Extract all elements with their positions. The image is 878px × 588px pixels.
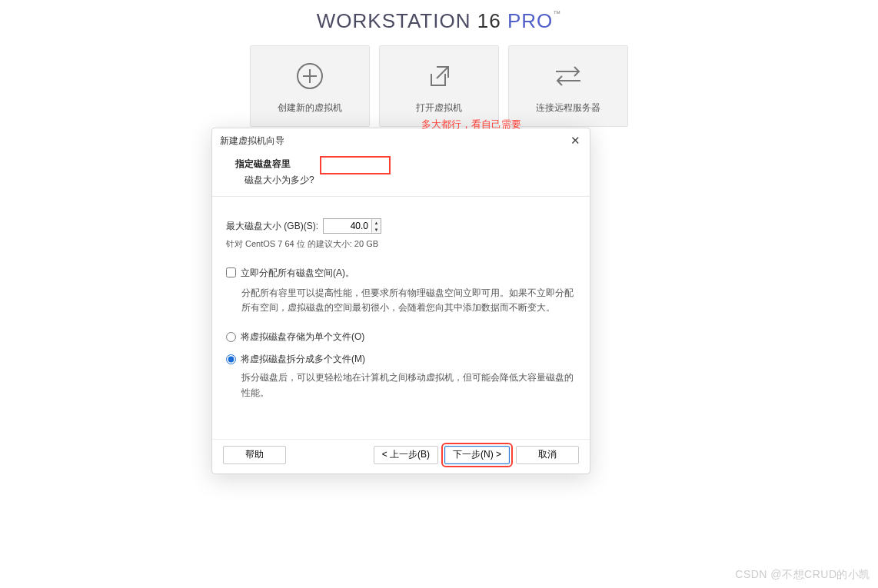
annotation-box-spinner: [320, 156, 391, 174]
alloc-now-checkbox[interactable]: [226, 267, 236, 277]
brand-title: WORKSTATION 16 PRO™: [0, 0, 878, 33]
annotation-text: 多大都行，看自己需要: [421, 118, 521, 131]
dialog-header: 指定磁盘容里 磁盘大小为多少?: [212, 153, 590, 197]
tile-open-label: 打开虚拟机: [416, 101, 462, 115]
tile-create-vm[interactable]: 创建新的虚拟机: [250, 45, 370, 127]
spin-down-icon[interactable]: ▼: [372, 226, 381, 233]
tile-connect-label: 连接远程服务器: [536, 101, 600, 115]
close-icon[interactable]: ✕: [570, 134, 580, 148]
watermark-text: CSDN @不想CRUD的小凯: [735, 568, 870, 582]
plus-circle-icon: [292, 58, 328, 94]
connect-arrows-icon: [550, 58, 586, 94]
radio-split-row: 将虚拟磁盘拆分成多个文件(M): [226, 353, 576, 366]
alloc-now-label: 立即分配所有磁盘空间(A)。: [241, 267, 354, 280]
help-button[interactable]: 帮助: [223, 446, 286, 464]
tile-open-vm[interactable]: 打开虚拟机: [379, 45, 499, 127]
open-external-icon: [421, 58, 457, 94]
dialog-subheading: 磁盘大小为多少?: [235, 174, 574, 187]
wizard-dialog: 新建虚拟机向导 ✕ 指定磁盘容里 磁盘大小为多少? 最大磁盘大小 (GB)(S)…: [211, 128, 590, 474]
cancel-button[interactable]: 取消: [516, 446, 579, 464]
dialog-title-text: 新建虚拟机向导: [220, 135, 284, 148]
brand-tm: ™: [553, 9, 561, 18]
brand-pro: PRO: [507, 9, 553, 32]
max-disk-input[interactable]: [324, 219, 371, 233]
spin-buttons: ▲ ▼: [371, 219, 381, 233]
spin-up-icon[interactable]: ▲: [372, 219, 381, 226]
max-disk-row: 最大磁盘大小 (GB)(S): ▲ ▼: [226, 218, 576, 234]
brand-version: 16: [477, 9, 501, 32]
svg-line-3: [437, 67, 448, 78]
radio-single-label: 将虚拟磁盘存储为单个文件(O): [241, 331, 364, 344]
radio-split-desc: 拆分磁盘后，可以更轻松地在计算机之间移动虚拟机，但可能会降低大容量磁盘的性能。: [226, 370, 576, 400]
radio-single-row: 将虚拟磁盘存储为单个文件(O): [226, 331, 576, 344]
dialog-heading: 指定磁盘容里: [235, 158, 574, 171]
tile-row: 创建新的虚拟机 打开虚拟机 连接远程服务器: [0, 45, 878, 127]
max-disk-label: 最大磁盘大小 (GB)(S):: [226, 220, 318, 233]
alloc-now-desc: 分配所有容里可以提高性能，但要求所有物理磁盘空间立即可用。如果不立即分配所有空间…: [226, 286, 576, 315]
dialog-titlebar: 新建虚拟机向导 ✕: [212, 128, 590, 153]
next-button[interactable]: 下一步(N) >: [444, 446, 510, 464]
recommend-text: 针对 CentOS 7 64 位 的建议大小: 20 GB: [226, 238, 576, 250]
radio-split-file[interactable]: [226, 354, 236, 364]
dialog-footer: 帮助 < 上一步(B) 下一步(N) > 取消: [212, 439, 590, 473]
back-button[interactable]: < 上一步(B): [374, 446, 438, 464]
dialog-body: 最大磁盘大小 (GB)(S): ▲ ▼ 针对 CentOS 7 64 位 的建议…: [212, 197, 590, 439]
alloc-now-row: 立即分配所有磁盘空间(A)。: [226, 267, 576, 280]
brand-workstation: WORKSTATION: [317, 9, 471, 32]
tile-create-label: 创建新的虚拟机: [278, 101, 342, 115]
radio-split-label: 将虚拟磁盘拆分成多个文件(M): [241, 353, 365, 366]
radio-single-file[interactable]: [226, 332, 236, 342]
tile-connect-remote[interactable]: 连接远程服务器: [508, 45, 628, 127]
max-disk-spinner[interactable]: ▲ ▼: [323, 218, 381, 234]
